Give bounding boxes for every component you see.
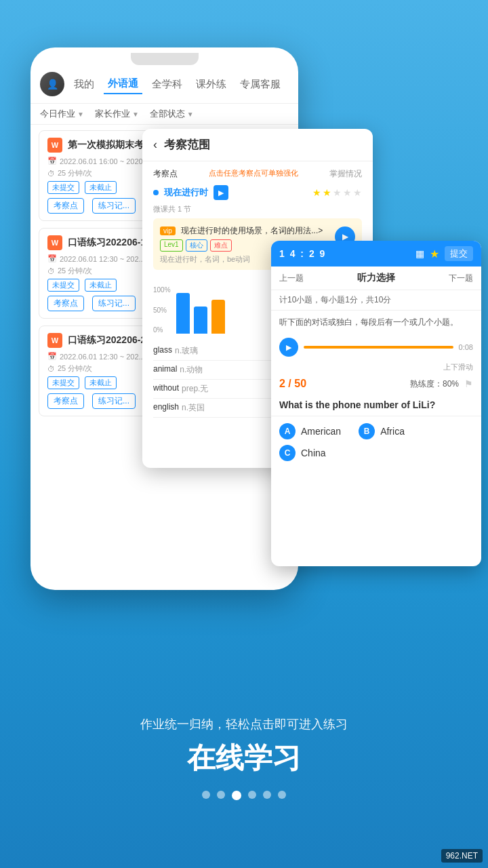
toolbar: 今日作业 ▼ 家长作业 ▼ 全部状态 ▼	[30, 104, 298, 125]
status-unsubmit: 未提交	[47, 181, 79, 194]
dot-3-active[interactable]	[232, 791, 241, 800]
mini-course: 微课共 1 节	[153, 204, 362, 214]
prev-question[interactable]: 上一题	[279, 273, 304, 284]
quiz-instruction: 听下面的对话或独白，每段后有一个或几个小题。	[271, 311, 481, 334]
vip-badge: vip	[160, 226, 176, 235]
section-label: 现在进行时	[164, 186, 208, 199]
quiz-header: 1 4 : 2 9 ▦ ★ 提交	[271, 241, 481, 267]
vip-text: 现在进行时的使用场景，名词的用法...>	[181, 226, 323, 235]
bar-1	[176, 293, 190, 334]
phones-area: 👤 我的 外语通 全学科 课外练 专属客服 今日作业 ▼ 家长作业 ▼ 全部状态…	[0, 41, 488, 631]
bottom-area: 作业统一归纳，轻松点击即可进入练习 在线学习	[0, 716, 488, 800]
toolbar-status[interactable]: 全部状态 ▼	[150, 108, 194, 120]
star-3: ★	[333, 187, 342, 198]
footer-survey-2[interactable]: 考察点	[47, 296, 84, 311]
bottom-title: 在线学习	[0, 739, 488, 777]
option-b[interactable]: B Africa	[359, 423, 405, 439]
dot-2[interactable]	[217, 791, 225, 799]
watermark: 962.NET	[441, 849, 483, 863]
back-arrow-icon[interactable]: ‹	[153, 138, 157, 152]
option-b-circle: B	[359, 423, 375, 439]
chart-bars	[176, 286, 225, 334]
status-unclosed-2: 未截止	[85, 279, 117, 292]
footer-survey[interactable]: 考察点	[47, 198, 84, 214]
toolbar-today[interactable]: 今日作业 ▼	[40, 108, 84, 120]
submit-button[interactable]: 提交	[445, 246, 473, 261]
exam-title: 考察范围	[164, 137, 210, 153]
audio-player: ▶ 0:08	[271, 334, 481, 361]
scroll-hint: 上下滑动	[271, 361, 481, 374]
task-icon-2: W	[47, 235, 62, 250]
nav-all-subjects[interactable]: 全学科	[148, 75, 186, 94]
quiz-type: 听力选择	[357, 272, 395, 284]
audio-play-button[interactable]: ▶	[279, 338, 298, 357]
option-a-circle: A	[279, 423, 296, 439]
task-icon: W	[47, 138, 62, 153]
section-header: 现在进行时 ▶ ★ ★ ★ ★ ★	[153, 185, 362, 200]
quiz-options: A American B Africa C China	[271, 416, 481, 473]
bar-3	[211, 300, 225, 334]
dot-5[interactable]	[263, 791, 271, 799]
option-a-text: American	[301, 426, 341, 437]
dot-6[interactable]	[278, 791, 286, 799]
fluency-label: 熟练度：80%	[410, 378, 459, 390]
quiz-num: 2 / 50	[279, 378, 306, 390]
nav-foreign[interactable]: 外语通	[104, 75, 142, 94]
tag-core: 核心	[186, 239, 207, 252]
tag-level: Lev1	[160, 239, 183, 252]
star-5: ★	[353, 187, 362, 198]
nav-mine[interactable]: 我的	[70, 75, 98, 94]
status-unclosed-3: 未截止	[85, 376, 117, 389]
bar-2	[194, 307, 207, 334]
option-c[interactable]: C China	[279, 445, 326, 461]
play-indicator-icon[interactable]: ▶	[214, 185, 228, 200]
phone-quiz: 1 4 : 2 9 ▦ ★ 提交 上一题 听力选择 下一题 计10小题，每小题1…	[271, 241, 481, 566]
tag-hard: 难点	[210, 239, 232, 252]
option-c-text: China	[301, 448, 326, 458]
exam-click-hint: 点击任意考察点可单独强化	[209, 168, 298, 180]
option-row-2: C China	[279, 445, 473, 461]
footer-survey-3[interactable]: 考察点	[47, 393, 84, 409]
stars-display: ★ ★ ★ ★ ★	[312, 187, 362, 198]
option-row-1: A American B Africa	[279, 423, 473, 439]
next-question[interactable]: 下一题	[449, 273, 473, 284]
avatar: 👤	[40, 72, 64, 96]
nav-extra[interactable]: 课外练	[192, 75, 230, 94]
footer-practice-3[interactable]: 练习记...	[92, 393, 136, 409]
dot-1[interactable]	[202, 791, 210, 799]
nav-bar: 👤 我的 外语通 全学科 课外练 专属客服	[30, 65, 298, 104]
arrow-icon3: ▼	[187, 111, 194, 118]
option-c-circle: C	[279, 445, 296, 461]
arrow-icon2: ▼	[132, 111, 139, 118]
option-a[interactable]: A American	[279, 423, 341, 439]
exam-subtitle-row: 考察点 点击任意考察点可单独强化 掌握情况	[153, 168, 362, 180]
toolbar-parent[interactable]: 家长作业 ▼	[95, 108, 139, 120]
grid-icon[interactable]: ▦	[415, 248, 424, 259]
mastery-label: 掌握情况	[329, 168, 362, 180]
exam-header: ‹ 考察范围	[142, 129, 373, 161]
exam-subtitle: 考察点	[153, 168, 178, 180]
star-2: ★	[323, 187, 331, 198]
section-dot	[153, 190, 159, 195]
quiz-question: What is the phone number of LiLi?	[271, 394, 481, 416]
nav-vip[interactable]: 专属客服	[236, 75, 285, 94]
footer-practice-2[interactable]: 练习记...	[92, 296, 136, 311]
pagination	[0, 791, 488, 800]
option-b-text: Africa	[380, 426, 405, 437]
quiz-progress: 2 / 50 熟练度：80% ⚑	[271, 374, 481, 394]
star-icon[interactable]: ★	[430, 248, 439, 260]
arrow-icon: ▼	[77, 111, 84, 118]
quiz-timer: 1 4 : 2 9	[279, 248, 326, 259]
star-4: ★	[343, 187, 352, 198]
chart-y-axis: 100% 50% 0%	[153, 286, 171, 334]
flag-icon[interactable]: ⚑	[464, 378, 473, 389]
dot-4[interactable]	[248, 791, 256, 799]
star-1: ★	[312, 187, 321, 198]
quiz-nav: 上一题 听力选择 下一题	[271, 267, 481, 290]
audio-time: 0:08	[459, 343, 473, 351]
footer-practice[interactable]: 练习记...	[92, 198, 136, 214]
phone-notch	[131, 53, 199, 65]
audio-progress-bar[interactable]	[304, 346, 453, 349]
status-unsubmit-2: 未提交	[47, 279, 79, 292]
status-unclosed: 未截止	[85, 181, 117, 194]
